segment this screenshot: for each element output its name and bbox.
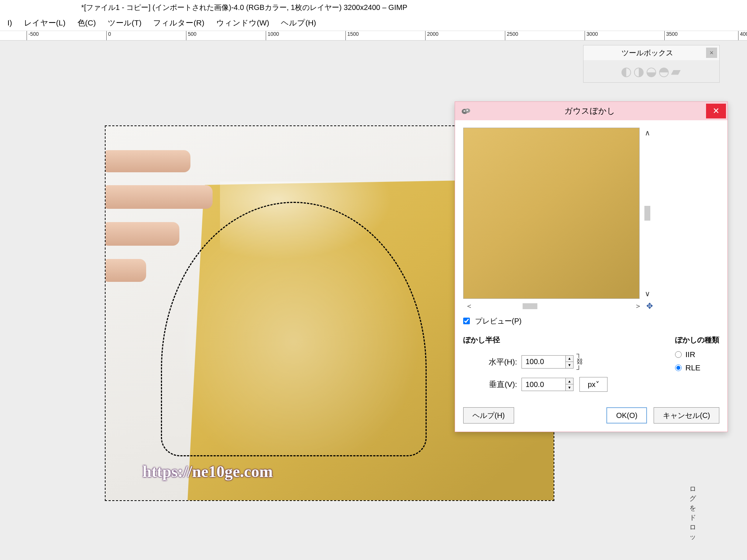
toolbox-title: ツールボックス	[589, 48, 706, 58]
menu-layer[interactable]: レイヤー(L)	[18, 15, 72, 30]
radius-title: ぼかし半径	[463, 335, 607, 345]
scroll-left-icon[interactable]: ＜	[463, 300, 475, 312]
rle-label: RLE	[685, 363, 700, 372]
navigator-icon[interactable]: ✥	[646, 301, 653, 311]
rle-radio-row[interactable]: RLE	[675, 363, 719, 372]
ok-button[interactable]: OK(O)	[606, 407, 647, 424]
window-title: *[ファイル1 - コピー] (インポートされた画像)-4.0 (RGBカラー,…	[81, 3, 407, 13]
iir-radio[interactable]	[675, 351, 682, 358]
h-step-down[interactable]: ▼	[566, 362, 573, 368]
scroll-right-icon[interactable]: ＞	[632, 300, 644, 312]
gimp-icon	[459, 104, 474, 118]
preview-horizontal-scroll[interactable]: ＜ ＞ ✥	[463, 300, 653, 312]
vertical-label: 垂直(V):	[474, 379, 517, 390]
blur-preview[interactable]	[463, 128, 640, 299]
cancel-button[interactable]: キャンセル(C)	[654, 407, 719, 424]
dialog-title: ガウスぼかし	[474, 106, 706, 117]
vertical-input[interactable]	[522, 378, 565, 391]
scroll-up-icon[interactable]: ∧	[643, 128, 653, 138]
finger-2	[105, 185, 213, 209]
vertical-spinner[interactable]: ▲▼	[521, 378, 574, 391]
menu-bar: I) レイヤー(L) 色(C) ツール(T) フィルター(R) ウィンドウ(W)…	[0, 15, 747, 31]
watermark-text: https://ne10ge.com	[142, 462, 273, 481]
main-area: ツールボックス × ◐◑◒◓▰ ログをドロッ https://ne10ge.co…	[0, 41, 747, 560]
scroll-thumb-v[interactable]	[644, 206, 650, 221]
menu-tool[interactable]: ツール(T)	[102, 15, 148, 30]
chain-link-icon[interactable]: ┐⛓┘	[576, 350, 583, 373]
menu-window[interactable]: ウィンドウ(W)	[210, 15, 275, 30]
svg-point-3	[467, 110, 468, 111]
window-title-bar: *[ファイル1 - コピー] (インポートされた画像)-4.0 (RGBカラー,…	[0, 0, 747, 15]
svg-point-2	[464, 110, 465, 112]
horizontal-label: 水平(H):	[474, 357, 517, 367]
rle-radio[interactable]	[675, 364, 682, 371]
help-button[interactable]: ヘルプ(H)	[463, 407, 514, 424]
type-title: ぼかしの種類	[675, 335, 719, 345]
dialog-close-button[interactable]: ✕	[706, 104, 726, 118]
preview-checkbox-row: プレビュー(P)	[463, 316, 719, 326]
dialog-title-bar[interactable]: ガウスぼかし ✕	[455, 102, 727, 120]
toolbox-panel: ツールボックス × ◐◑◒◓▰	[583, 45, 720, 83]
v-step-down[interactable]: ▼	[566, 384, 573, 391]
menu-i[interactable]: I)	[1, 16, 18, 30]
preview-checkbox-label: プレビュー(P)	[475, 317, 522, 325]
scroll-thumb-h[interactable]	[523, 303, 537, 309]
ruler-horizontal: -500 0 500 1000 1500 2000 2500 3000 3500…	[0, 31, 747, 41]
h-step-up[interactable]: ▲	[566, 356, 573, 362]
menu-color[interactable]: 色(C)	[72, 15, 102, 30]
unit-select[interactable]: px˅	[579, 377, 607, 392]
toolbox-body: ◐◑◒◓▰	[584, 60, 719, 82]
toolbox-close-button[interactable]: ×	[706, 48, 717, 58]
preview-checkbox[interactable]	[463, 318, 470, 324]
preview-vertical-scroll[interactable]: ∧ ∨	[642, 128, 653, 299]
finger-4	[105, 259, 146, 282]
iir-radio-row[interactable]: IIR	[675, 350, 719, 359]
tool-icons[interactable]: ◐◑◒◓▰	[621, 64, 682, 79]
dialog-body: ∧ ∨ ＜ ＞ ✥ プレビュー(P) ぼかし半径	[455, 120, 727, 432]
v-step-up[interactable]: ▲	[566, 378, 573, 384]
gaussian-blur-dialog: ガウスぼかし ✕ ∧ ∨ ＜ ＞ ✥ プレビュー(P)	[455, 101, 728, 432]
horizontal-spinner[interactable]: ▲▼	[521, 355, 574, 369]
iir-label: IIR	[685, 350, 695, 359]
finger-3	[105, 222, 179, 246]
finger-1	[105, 150, 190, 172]
horizontal-input[interactable]	[522, 356, 565, 368]
menu-help[interactable]: ヘルプ(H)	[275, 15, 322, 30]
scroll-down-icon[interactable]: ∨	[643, 288, 653, 299]
drop-hint-text: ログをドロッ	[689, 484, 697, 542]
toolbox-header: ツールボックス ×	[584, 45, 719, 60]
menu-filter[interactable]: フィルター(R)	[147, 15, 210, 30]
